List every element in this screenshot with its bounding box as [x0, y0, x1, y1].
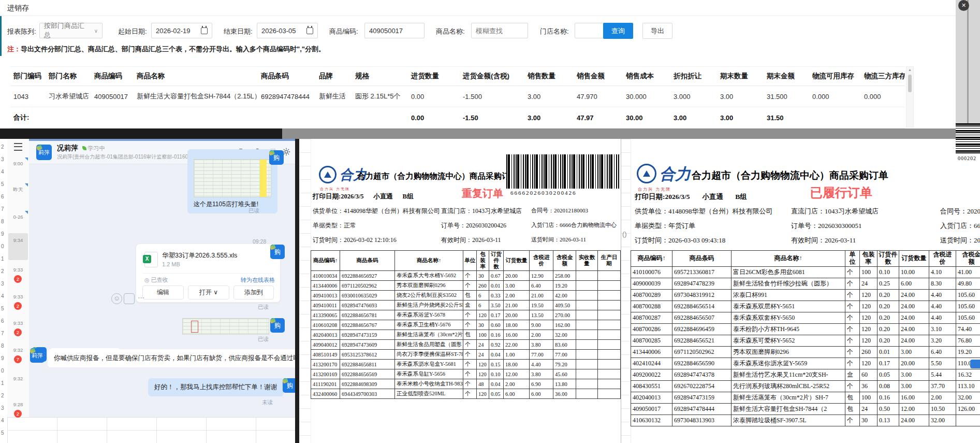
chat-list-time[interactable]: 9:33	[7, 320, 29, 326]
cell: 新鲜生活蒸笼布（30cm*2片）SH-7	[732, 392, 845, 403]
cell: 6922884656569	[340, 369, 395, 379]
cell: 24	[477, 340, 489, 350]
file-edit-button[interactable]: 编辑	[142, 285, 184, 299]
chat-list-time[interactable]: 9:28	[7, 402, 29, 407]
cell: 36.00	[553, 389, 576, 399]
display-mode-select[interactable]: 按部门商品汇总 ∨	[39, 23, 103, 38]
cell: 3.10	[929, 323, 956, 335]
total-cell: -1.50	[460, 107, 524, 128]
export-button[interactable]: 导出	[642, 23, 672, 39]
received-message[interactable]: 你喊供应商报备，但是要确保门店有货卖，如果门店有缺货，供应商报备是不会通过哦	[48, 349, 306, 367]
cell: 个	[845, 323, 860, 335]
cell: 0.20	[877, 335, 899, 346]
contract-no: 合同号：202012180003	[940, 207, 980, 216]
chat-contact-name: 况莉萍学习中	[57, 144, 105, 153]
scroll-up-icon[interactable]: ▲	[906, 67, 913, 73]
close-button[interactable]: ✕	[958, 0, 969, 11]
floating-badge[interactable]	[970, 360, 980, 368]
cell: 6930010635029	[340, 291, 395, 301]
cell: 富日26CM彩色多用盆6081	[732, 266, 845, 278]
chat-list-time[interactable]: 9:32	[7, 347, 29, 353]
self-avatar[interactable]: 购	[270, 318, 285, 333]
cell: 0.17	[489, 310, 504, 320]
column-header: 商品编码↑	[631, 251, 672, 267]
corner-barcode-number: 000202	[958, 155, 976, 161]
cell: 0.05	[877, 369, 899, 380]
product-name-input[interactable]	[471, 23, 528, 38]
menu-icon[interactable]	[14, 143, 22, 151]
cell: 6	[477, 301, 489, 310]
chat-list-collapsed[interactable]: 9:00昨天0-269:349:3329:3329:3329:3279:329:…	[7, 139, 30, 417]
cell: 6.00	[504, 389, 530, 399]
cell: 6928947476693	[340, 301, 395, 310]
cell: 个	[845, 278, 860, 289]
product-code-input[interactable]	[364, 23, 425, 38]
table-row: 4111902016922884698309泰禾米粮小号收纳盒TH-9830个4…	[311, 379, 621, 389]
cell: 6922884656811	[340, 360, 395, 369]
chat-list-time[interactable]: 9:33	[7, 294, 29, 299]
cell: 圆形 2.15L*5个	[352, 86, 408, 107]
cell	[598, 291, 621, 301]
chat-list-time[interactable]: 9:33	[7, 267, 29, 273]
file-addto-button[interactable]: 添加到	[233, 285, 274, 299]
cell: 413200169	[311, 369, 340, 379]
cell: 2.00	[504, 379, 530, 389]
sent-spreadsheet-thumbnail[interactable]	[182, 318, 269, 335]
chat-list-time[interactable]: 昨天	[7, 187, 29, 193]
table-row: 4087002886922884656514泰禾森系双层杯Y-5651个1200…	[631, 301, 980, 312]
cell: 402040013	[631, 392, 672, 403]
table-scrollbar[interactable]: ▲	[906, 66, 914, 127]
cell: 409000039	[631, 278, 672, 289]
scrollbar-thumb[interactable]	[908, 75, 912, 92]
chat-list-time[interactable]: 0-26	[7, 214, 29, 220]
cell: 个	[463, 369, 477, 379]
chat-list-time[interactable]: 9:32	[7, 376, 29, 381]
cell: 新鲜生活大容量打包盒SH-7844（2	[732, 403, 845, 415]
cell: 24	[860, 278, 877, 289]
cell: 0.01	[489, 281, 504, 291]
cell: 尚衣万李季便携保温杯ST-7861 1.2L	[395, 350, 463, 360]
peer-avatar[interactable]: 莉萍	[30, 348, 45, 363]
note-text: 导出文件分部门汇总、商品汇总、部门商品汇总三个表，不需分开导出。输入多个商品编码…	[21, 45, 325, 53]
self-avatar[interactable]: 购	[270, 245, 285, 259]
cell: 16.00	[899, 392, 929, 403]
column-header: 包装 率	[860, 251, 877, 267]
end-date-input[interactable]: 2026-03-05	[257, 23, 318, 38]
file-open-button[interactable]: 打开 ∨	[188, 285, 229, 299]
cell: 4.40	[929, 312, 956, 323]
sent-message[interactable]: 好的！，那我马上找库控部帮忙下单！谢谢	[148, 378, 284, 396]
product-name-label: 商品名称:	[436, 27, 465, 36]
cell	[598, 281, 621, 291]
cell: 74.40	[956, 323, 980, 335]
cell: 120	[860, 335, 877, 346]
comment-icon[interactable]	[124, 293, 135, 304]
cell: 120	[477, 389, 489, 399]
order-items-table: 商品编码↑商品条码商品名称↑单位包装 率订货件 数订货数量含税进 价含税金 额4…	[631, 250, 980, 426]
unread-count-badge: 7	[14, 355, 22, 363]
avatar[interactable]: 莉萍	[36, 145, 52, 160]
chat-list-time[interactable]: 9:00	[7, 161, 29, 166]
more-icon[interactable]: ⋯	[136, 293, 146, 303]
self-avatar[interactable]: 购	[269, 150, 284, 165]
total-cell	[352, 107, 408, 128]
chat-list-time[interactable]: 9:34	[7, 237, 29, 243]
column-header: 部门名称	[46, 67, 91, 86]
cell: 24.00	[899, 335, 929, 346]
purchase-order-left: 合力 合力兴 力无限 合力超市（合力购物物流中心）商品采购订单 66662026…	[299, 139, 621, 443]
spreadsheet-image[interactable]	[194, 159, 271, 197]
deliver-time: 送货时间：2026-03-11	[531, 236, 586, 244]
row-number: 4	[1, 169, 4, 175]
file-message-card[interactable]: X 华塑33订单2026.3.555.xls 1.2 MB ◎ 已查收 转为在线…	[136, 244, 281, 303]
emoji-react-icon[interactable]: ☺	[111, 293, 122, 304]
column-header: 折扣折让	[670, 67, 717, 86]
cell: 408700288	[631, 301, 672, 312]
contract-no: 合同号：202012180003	[531, 207, 588, 215]
cell: 408700286	[631, 323, 672, 335]
start-date-input[interactable]: 2026-02-19	[151, 23, 212, 38]
cell: 新鲜生活竹艺水果叉11cm*20支SH-	[732, 369, 845, 380]
convert-link[interactable]: 转为在线表格	[241, 276, 275, 284]
cell: 6922884656521	[672, 335, 732, 346]
query-button[interactable]: 查询	[603, 23, 633, 39]
sent-image-message[interactable]: 这个是1105店打堆头量!	[187, 149, 277, 213]
valid-time: 有效时间：2026-03-11	[791, 236, 856, 245]
